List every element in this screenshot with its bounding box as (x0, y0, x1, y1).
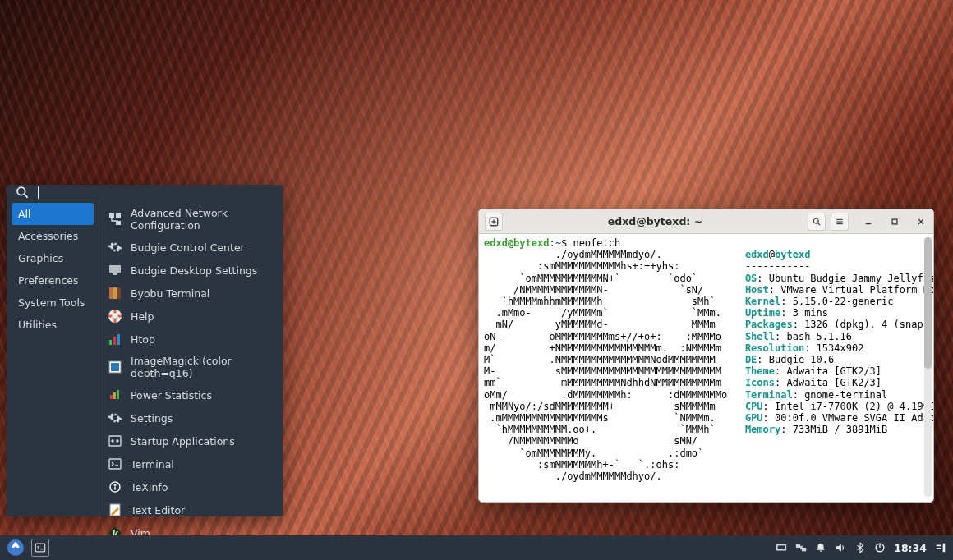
volume-icon[interactable] (835, 542, 846, 553)
svg-rect-4 (116, 213, 121, 218)
svg-rect-9 (117, 287, 121, 299)
texinfo-icon (108, 480, 122, 494)
app-item-help[interactable]: Help (103, 305, 278, 328)
svg-rect-14 (117, 334, 120, 345)
bottom-panel: 18:34 (0, 535, 953, 560)
imagemagick-icon (108, 360, 122, 374)
app-item-text-editor[interactable]: Text Editor (103, 498, 278, 521)
app-item-budgie-control-center[interactable]: Budgie Control Center (103, 236, 278, 259)
svg-point-21 (112, 440, 113, 442)
app-item-htop[interactable]: Htop (103, 328, 278, 351)
app-item-imagemagick-color-depth-q16[interactable]: ImageMagick (color depth=q16) (103, 351, 278, 383)
app-item-settings[interactable]: Settings (103, 406, 278, 429)
minimize-button[interactable] (862, 215, 875, 228)
menu-search-row (7, 185, 283, 200)
power-icon (108, 388, 122, 402)
svg-rect-37 (892, 219, 897, 224)
app-item-byobu-terminal[interactable]: Byobu Terminal (103, 282, 278, 305)
category-all[interactable]: All (12, 203, 94, 225)
budgie-menu-button[interactable] (7, 539, 25, 557)
app-item-label: Advanced Network Configuration (131, 207, 273, 232)
svg-line-32 (818, 223, 821, 225)
category-list: AllAccessoriesGraphicsPreferencesSystem … (7, 200, 99, 549)
app-item-label: Budgie Desktop Settings (131, 264, 257, 277)
terminal-window: edxd@bytexd: ~ (478, 209, 934, 503)
svg-rect-17 (110, 395, 113, 399)
svg-rect-48 (943, 544, 946, 553)
terminal-body[interactable]: edxd@bytexd:~$ neofetch ./oydmMMMMMMmdyo… (479, 234, 933, 502)
terminal-scrollbar[interactable] (924, 237, 932, 497)
app-item-label: TeXInfo (131, 481, 168, 493)
svg-rect-20 (109, 436, 121, 446)
app-item-startup-applications[interactable]: Startup Applications (103, 429, 278, 452)
svg-rect-19 (117, 390, 119, 399)
category-graphics[interactable]: Graphics (12, 247, 94, 269)
application-menu: AllAccessoriesGraphicsPreferencesSystem … (7, 185, 283, 516)
app-item-label: Text Editor (131, 504, 185, 516)
hamburger-menu-button[interactable] (831, 213, 849, 231)
svg-line-1 (24, 194, 27, 197)
terminal-scroll-thumb[interactable] (924, 237, 932, 369)
svg-point-0 (17, 187, 25, 195)
power-icon[interactable] (874, 542, 886, 553)
panel-clock[interactable]: 18:34 (894, 542, 927, 554)
vm-tools-icon[interactable] (776, 542, 787, 553)
svg-point-22 (117, 440, 118, 442)
svg-rect-49 (937, 545, 941, 547)
app-item-terminal[interactable]: Terminal (103, 452, 278, 475)
htop-icon (108, 332, 122, 347)
svg-rect-6 (113, 273, 117, 275)
terminal-icon (108, 457, 122, 471)
maximize-button[interactable] (888, 215, 901, 228)
network-icon (108, 212, 122, 227)
notifications-icon[interactable] (815, 542, 826, 553)
startup-icon (108, 434, 122, 448)
app-item-budgie-desktop-settings[interactable]: Budgie Desktop Settings (103, 259, 278, 282)
category-preferences[interactable]: Preferences (12, 269, 94, 291)
svg-rect-18 (113, 392, 116, 399)
network-icon[interactable] (795, 542, 807, 553)
category-accessories[interactable]: Accessories (12, 225, 94, 247)
app-item-label: Byobu Terminal (131, 287, 209, 300)
new-tab-button[interactable] (485, 213, 503, 231)
application-list: Advanced Network ConfigurationBudgie Con… (99, 200, 283, 549)
terminal-output: edxd@bytexd:~$ neofetch ./oydmMMMMMMmdyo… (484, 237, 928, 502)
raven-toggle-icon[interactable] (935, 542, 946, 553)
svg-point-11 (113, 314, 117, 319)
svg-rect-44 (796, 544, 800, 548)
help-icon (108, 309, 122, 324)
app-item-label: Power Statistics (131, 389, 212, 402)
gear-icon (108, 240, 122, 255)
app-item-power-statistics[interactable]: Power Statistics (103, 383, 278, 406)
app-item-label: Terminal (131, 458, 174, 470)
svg-rect-7 (109, 287, 113, 299)
terminal-titlebar[interactable]: edxd@bytexd: ~ (479, 209, 933, 234)
svg-rect-3 (116, 221, 121, 225)
svg-point-31 (813, 218, 818, 223)
app-item-label: Htop (131, 333, 155, 346)
svg-rect-50 (937, 548, 941, 549)
app-item-label: ImageMagick (color depth=q16) (131, 355, 273, 379)
taskbar-terminal[interactable] (31, 539, 49, 557)
svg-rect-43 (778, 545, 785, 549)
svg-rect-12 (109, 340, 112, 345)
svg-rect-5 (109, 265, 121, 273)
svg-rect-41 (35, 544, 44, 552)
display-icon (108, 263, 122, 278)
svg-rect-2 (109, 213, 114, 218)
svg-rect-13 (113, 337, 116, 345)
bluetooth-icon[interactable] (854, 542, 866, 553)
byobu-icon (108, 286, 122, 301)
search-button[interactable] (808, 213, 826, 231)
svg-point-25 (114, 484, 116, 486)
search-icon (15, 185, 30, 200)
app-item-label: Settings (131, 412, 173, 425)
app-item-texinfo[interactable]: TeXInfo (103, 475, 278, 498)
close-button[interactable] (914, 215, 928, 228)
svg-rect-8 (113, 287, 117, 299)
app-item-advanced-network-configuration[interactable]: Advanced Network Configuration (103, 203, 278, 236)
category-system-tools[interactable]: System Tools (12, 291, 94, 314)
category-utilities[interactable]: Utilities (12, 314, 94, 336)
texteditor-icon (108, 503, 122, 517)
svg-rect-16 (111, 363, 119, 371)
